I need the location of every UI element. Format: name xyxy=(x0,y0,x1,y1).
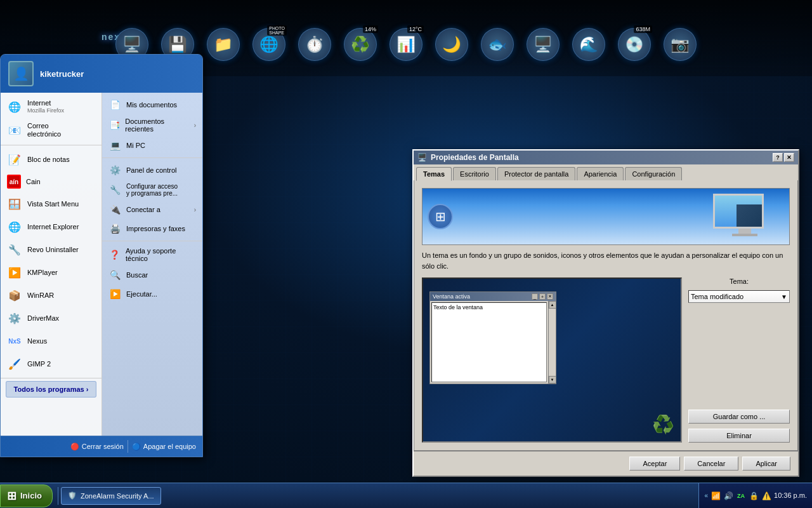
username: kiketrucker xyxy=(40,69,84,79)
menu-item-help[interactable]: ❓ Ayuda y soporte técnico xyxy=(102,244,202,265)
nexus-icon-camera[interactable]: 📷 xyxy=(660,24,700,65)
aceptar-button[interactable]: Aceptar xyxy=(629,457,680,471)
scroll-down-btn[interactable]: ▼ xyxy=(549,376,556,384)
shutdown-label: Apagar el equipo xyxy=(143,443,196,450)
menu-item-kmplayer[interactable]: ▶️ KMPlayer xyxy=(1,261,102,284)
theme-selected-value: Tema modificado xyxy=(691,293,743,300)
ie-label: Internet Explorer xyxy=(27,223,79,231)
start-menu-footer: 🔴 Cerrar sesión 🔵 Apagar el equipo xyxy=(1,436,202,457)
menu-item-vista[interactable]: 🪟 Vista Start Menu xyxy=(1,192,102,215)
taskbar-items: 🛡️ ZoneAlarm Security A... xyxy=(61,487,699,505)
cancelar-button[interactable]: Cancelar xyxy=(684,457,738,471)
taskbar-item-zonealarm[interactable]: 🛡️ ZoneAlarm Security A... xyxy=(61,487,161,505)
menu-item-mydocs[interactable]: 📄 Mis documentos xyxy=(102,95,202,114)
menu-item-internet[interactable]: 🌐 Internet Mozilla Firefox xyxy=(1,95,102,118)
zonealarm-icon: 🛡️ xyxy=(68,491,77,500)
cain-icon: aín xyxy=(7,175,21,189)
nexus-icon-recycler[interactable]: ♻️ 14% xyxy=(340,24,381,65)
shutdown-button[interactable]: 🔵 Apagar el equipo xyxy=(132,443,196,451)
menu-item-revo[interactable]: 🔧 Revo Uninstaller xyxy=(1,238,102,261)
nexus-icon-photoshape[interactable]: 🌐 PHOTOSHAPE xyxy=(249,24,289,65)
menu-item-drivermax[interactable]: ⚙️ DriverMax xyxy=(1,307,102,330)
tab-protector[interactable]: Protector de pantalla xyxy=(497,167,576,180)
menu-item-correo[interactable]: 📧 Correoelectrónico xyxy=(1,118,102,142)
cain-label: Cain xyxy=(26,178,41,186)
winrar-label: WinRAR xyxy=(27,291,54,300)
tray-lock-icon[interactable]: 🔒 xyxy=(749,491,759,501)
tray-za-icon[interactable]: ZA xyxy=(736,491,746,501)
theme-select-arrow-icon: ▼ xyxy=(781,293,787,300)
start-button[interactable]: ⊞ Inicio xyxy=(0,485,53,507)
tab-configuracion[interactable]: Configuración xyxy=(625,167,682,180)
nexus-icon-folder-circle: 📁 xyxy=(207,28,240,61)
aplicar-button[interactable]: Aplicar xyxy=(742,457,790,471)
theme-select[interactable]: Tema modificado ▼ xyxy=(688,290,790,303)
dialog-titlebar: 🖥️ Propiedades de Pantalla ? ✕ xyxy=(414,150,798,164)
internet-label: Internet Mozilla Firefox xyxy=(27,99,64,114)
menu-item-config-access[interactable]: 🔧 Configurar accesoy programas pre... xyxy=(102,180,202,200)
mini-maximize-btn[interactable]: + xyxy=(539,293,546,300)
nexus-icon-monitor2[interactable]: 🖥️ xyxy=(523,24,563,65)
dialog-close-button[interactable]: ✕ xyxy=(784,153,794,162)
theme-bottom: Ventana activa _ + ✕ Texto de la ventana xyxy=(422,277,790,443)
dialog-help-button[interactable]: ? xyxy=(773,153,783,162)
menu-item-connect[interactable]: 🔌 Conectar a › xyxy=(102,200,202,219)
nexus-icon-fish[interactable]: 🐟 xyxy=(477,24,518,65)
all-programs-arrow: › xyxy=(86,385,89,393)
tray-alert-icon[interactable]: ⚠️ xyxy=(761,491,771,501)
start-menu-body: 🌐 Internet Mozilla Firefox 📧 Correoelect… xyxy=(1,93,202,436)
all-programs-button[interactable]: Todos los programas › xyxy=(6,381,96,398)
menu-divider-2 xyxy=(1,378,102,378)
menu-item-control[interactable]: ⚙️ Panel de control xyxy=(102,161,202,180)
connect-label: Conectar a xyxy=(126,206,160,213)
config-access-label: Configurar accesoy programas pre... xyxy=(126,183,178,197)
menu-item-recent[interactable]: 📑 Documentos recientes › xyxy=(102,114,202,136)
menu-item-run[interactable]: ▶️ Ejecutar... xyxy=(102,284,202,304)
tray-sound-icon[interactable]: 🔊 xyxy=(723,491,733,501)
menu-item-search[interactable]: 🔍 Buscar xyxy=(102,265,202,284)
menu-item-gimp[interactable]: 🖌️ GIMP 2 xyxy=(1,352,102,375)
tab-temas[interactable]: Temas xyxy=(416,167,452,181)
nexus-icon-moon[interactable]: 🌙 xyxy=(431,24,472,65)
tray-network-icon[interactable]: 📶 xyxy=(710,491,721,501)
nexus-icon-disk[interactable]: 💿 638M xyxy=(614,24,655,65)
mini-minimize-btn[interactable]: _ xyxy=(532,293,538,300)
control-icon: ⚙️ xyxy=(108,164,121,177)
revo-icon: 🔧 xyxy=(7,242,22,257)
correo-label: Correoelectrónico xyxy=(27,122,61,138)
theme-spacer xyxy=(688,308,790,404)
mypc-icon: 💻 xyxy=(108,139,121,152)
menu-item-printers[interactable]: 🖨️ Impresoras y faxes xyxy=(102,219,202,238)
menu-item-ie[interactable]: 🌐 Internet Explorer xyxy=(1,215,102,238)
connect-icon: 🔌 xyxy=(108,203,121,216)
tab-apariencia[interactable]: Apariencia xyxy=(577,167,624,180)
help-label: Ayuda y soporte técnico xyxy=(126,247,196,262)
kmplayer-icon: ▶️ xyxy=(7,265,22,280)
menu-item-cain[interactable]: aín Cain xyxy=(1,171,102,192)
menu-item-nexus[interactable]: NxS Nexus xyxy=(1,330,102,352)
theme-description: Un tema es un fondo y un grupo de sonido… xyxy=(422,250,790,271)
menu-item-winrar[interactable]: 📦 WinRAR xyxy=(1,284,102,307)
nexus-icon-chart[interactable]: 📊 12°C xyxy=(386,24,426,65)
nexus-icon-menu: NxS xyxy=(7,333,22,349)
mini-text-area: Texto de la ventana xyxy=(431,302,547,382)
delete-button[interactable]: Eliminar xyxy=(688,429,790,443)
menu-item-notepad[interactable]: 📝 Bloc de notas xyxy=(1,148,102,171)
nexus-icon-wave[interactable]: 🌊 xyxy=(568,24,609,65)
scroll-up-btn[interactable]: ▲ xyxy=(549,301,556,309)
tray-expand[interactable]: « xyxy=(704,492,708,499)
preview-monitor xyxy=(713,194,776,244)
nexus-icon-clock[interactable]: ⏱️ xyxy=(294,24,335,65)
nexus-icon-folder[interactable]: 📁 xyxy=(203,24,244,65)
mini-scrollbar: ▲ ▼ xyxy=(548,301,556,384)
tab-escritorio[interactable]: Escritorio xyxy=(453,167,496,180)
internet-icon: 🌐 xyxy=(7,99,22,114)
logoff-button[interactable]: 🔴 Cerrar sesión xyxy=(70,443,124,451)
printers-label: Impresoras y faxes xyxy=(126,225,185,232)
mini-close-btn[interactable]: ✕ xyxy=(547,293,553,300)
zonealarm-label: ZoneAlarm Security A... xyxy=(81,492,154,500)
menu-item-mypc[interactable]: 💻 Mi PC xyxy=(102,136,202,155)
save-as-button[interactable]: Guardar como ... xyxy=(688,410,790,424)
right-divider-2 xyxy=(102,241,202,241)
mini-window-title: Ventana activa xyxy=(433,293,470,300)
